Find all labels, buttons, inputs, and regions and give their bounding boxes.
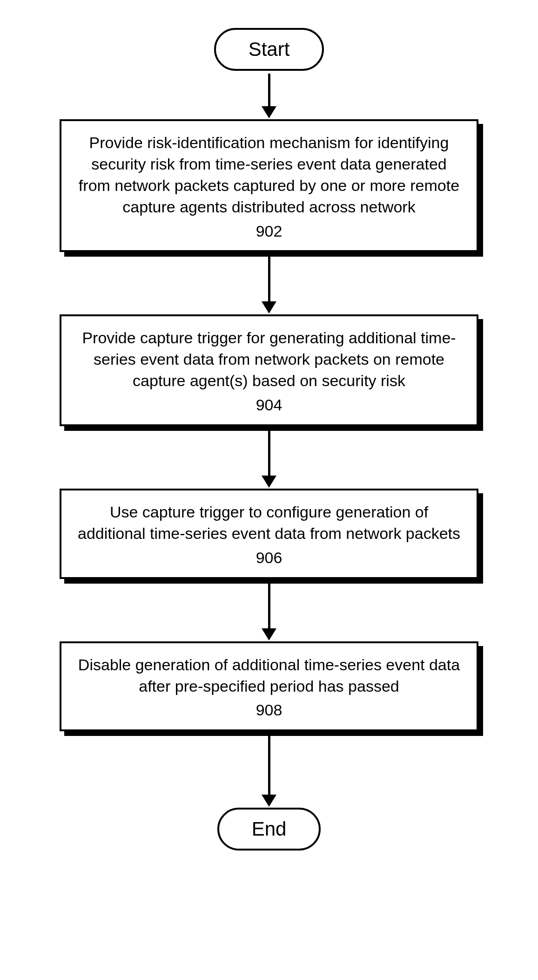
step-text: Provide capture trigger for generating a… [82,329,456,389]
step-ref: 902 [75,221,463,242]
arrow-icon [262,734,276,807]
flowchart: Start Provide risk-identification mechan… [60,28,478,851]
process-step-906: Use capture trigger to configure generat… [60,489,478,579]
step-text: Disable generation of additional time-se… [78,656,460,695]
end-terminal: End [217,808,321,851]
end-label: End [252,818,287,840]
process-step-904: Provide capture trigger for generating a… [60,314,478,426]
process-step-908: Disable generation of additional time-se… [60,641,478,732]
step-ref: 904 [75,395,463,416]
arrow-icon [262,74,276,118]
step-text: Provide risk-identification mechanism fo… [79,134,459,216]
arrow-icon [262,429,276,488]
step-text: Use capture trigger to configure generat… [78,503,460,542]
process-step-902: Provide risk-identification mechanism fo… [60,119,478,252]
arrow-icon [262,582,276,640]
arrow-icon [262,255,276,313]
step-ref: 908 [75,700,463,721]
start-label: Start [249,38,290,60]
start-terminal: Start [214,28,324,71]
step-ref: 906 [75,547,463,569]
